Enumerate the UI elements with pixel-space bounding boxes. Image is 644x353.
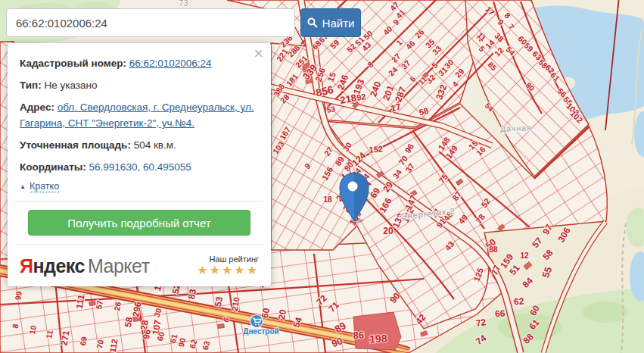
parcel-number: 26 (112, 301, 123, 311)
get-report-button[interactable]: Получить подробный отчет (28, 210, 250, 236)
parcel-number: 20 (276, 308, 288, 320)
coordinates-label: Координаты: (20, 161, 86, 173)
rating-label: Наш рейтинг (197, 255, 259, 264)
street-label: Дачная (500, 123, 532, 133)
parcel-number: 12 (520, 251, 529, 260)
map-app: 2362882513392211813881671036867595251504… (0, 0, 644, 353)
collapse-triangle-icon: ▲ (20, 183, 26, 190)
parcel-number: 57 (94, 299, 104, 310)
shop-poi-icon[interactable] (250, 315, 263, 328)
card-footer: ЯндексМаркет Наш рейтинг ★★★★★ (18, 253, 260, 277)
coordinates-row: Координаты: 56.991630, 60.495055 (20, 159, 259, 175)
parcel-number: 62 (513, 295, 524, 307)
parcel-number: 86 (353, 330, 364, 341)
brand-market: Маркет (88, 255, 150, 276)
parcel-number: 99 (13, 290, 23, 301)
coordinates-link[interactable]: 56.991630, 60.495055 (89, 161, 191, 173)
find-button[interactable]: Найти (300, 8, 361, 37)
brand-ya: Я (20, 255, 33, 276)
divider (15, 201, 263, 201)
parcel-number: 70 (95, 339, 105, 349)
address-label: Адрес: (20, 102, 54, 113)
parcel-number: 11 (44, 330, 54, 339)
address-link[interactable]: обл. Свердловская, г. Среднеуральск, ул.… (20, 102, 254, 129)
parcel-number: 72 (475, 317, 487, 329)
parcel-number: 92 (356, 92, 366, 102)
cadastral-number-row: Кадастровый номер: 66:62:0102006:24 (20, 55, 259, 71)
type-label: Тип: (20, 80, 42, 91)
find-button-label: Найти (322, 17, 355, 30)
parcel-number: 20 (383, 226, 394, 236)
parcel-number: 53 (213, 295, 225, 308)
parcel-number: 198 (369, 333, 387, 345)
collapse-link[interactable]: ▲ Кратко (20, 181, 59, 192)
brand-ndeks: ндекс (33, 255, 84, 276)
search-bar: Найти (6, 8, 361, 37)
parcel-number: 83 (186, 288, 198, 300)
divider (15, 244, 263, 245)
parcel-number: 58 (123, 316, 135, 328)
area-row: Уточненная площадь: 504 кв.м. (20, 137, 259, 153)
collapse-label: Кратко (30, 181, 59, 192)
area-label: Уточненная площадь: (20, 139, 131, 151)
search-icon (307, 17, 318, 28)
cadastral-number-link[interactable]: 66:62:0102006:24 (129, 58, 212, 69)
parcel-number: 69 (78, 336, 89, 346)
type-row: Тип: Не указано (20, 77, 259, 93)
parcel-number: 18 (323, 195, 332, 204)
yandex-market-logo[interactable]: ЯндексМаркет (20, 255, 150, 277)
parcel-number: 152 (369, 144, 383, 154)
area-value: 504 кв.м. (134, 139, 176, 151)
poi-label: Днестрой (243, 327, 278, 336)
street-label: 73 (179, 0, 188, 8)
rating-stars: ★★★★★ (197, 264, 259, 276)
address-row: Адрес: обл. Свердловская, г. Среднеураль… (20, 99, 259, 131)
parcel-number: 66 (495, 308, 506, 320)
cadastral-number-label: Кадастровый номер: (20, 58, 126, 69)
close-icon[interactable]: × (254, 45, 263, 63)
parcel-number: 96 (141, 328, 153, 340)
parcel-number: 88 (489, 245, 498, 254)
type-value: Не указано (44, 80, 97, 91)
parcel-number: 10 (27, 324, 38, 335)
search-input[interactable] (6, 8, 295, 37)
parcel-info-card: × Кадастровый номер: 66:62:0102006:24 Ти… (8, 43, 271, 286)
rating-block: Наш рейтинг ★★★★★ (197, 255, 259, 277)
